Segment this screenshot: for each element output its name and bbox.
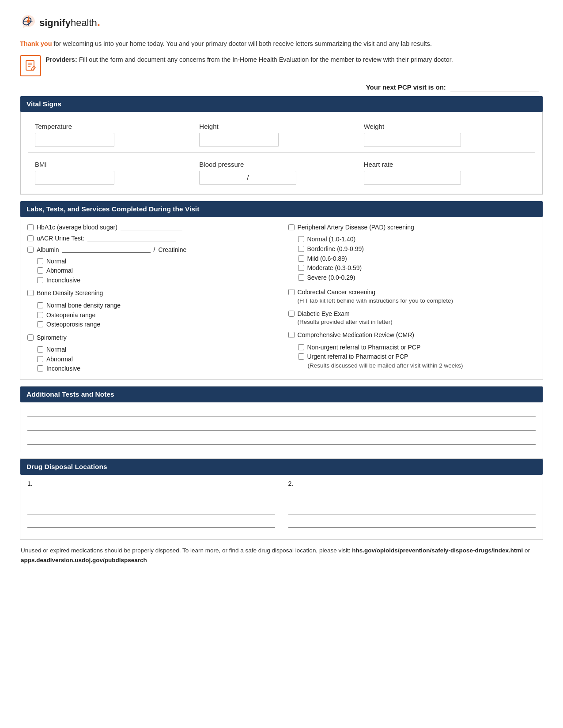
pad-severe-label: Severe (0.0-0.29) (307, 274, 355, 282)
drug-content: 1. 2. (20, 475, 543, 539)
bone-osteoporosis-checkbox[interactable] (37, 321, 43, 327)
weight-label: Weight (364, 123, 528, 130)
bp-input[interactable]: / (199, 171, 296, 185)
diabetic-sub: (Results provided after visit in letter) (298, 318, 393, 326)
albumin-inconclusive-label: Inconclusive (46, 276, 80, 285)
pcp-date-field[interactable] (450, 83, 539, 91)
bone-normal-label: Normal bone density range (46, 301, 121, 310)
vital-signs-header: Vital Signs (20, 96, 543, 112)
spiro-abnormal-row: Abnormal (37, 355, 275, 364)
drug-line-1c[interactable] (27, 518, 275, 528)
drug-line-1b[interactable] (27, 505, 275, 514)
bmi-label: BMI (35, 161, 199, 168)
pad-moderate-checkbox[interactable] (298, 265, 304, 271)
bone-density-label: Bone Density Screening (37, 289, 103, 298)
hba1c-row: HbA1c (average blood sugar) (27, 223, 275, 232)
spiro-normal-checkbox[interactable] (37, 346, 43, 353)
albumin-abnormal-row: Abnormal (37, 266, 275, 275)
height-cell: Height (199, 123, 363, 147)
albumin-label: Albumin (37, 246, 59, 255)
spiro-abnormal-checkbox[interactable] (37, 356, 43, 362)
logo-icon (20, 13, 37, 31)
bmi-cell: BMI (35, 161, 199, 185)
labs-header: Labs, Tests, and Services Completed Duri… (20, 201, 543, 217)
labs-content: HbA1c (average blood sugar) uACR Urine T… (20, 217, 543, 379)
labs-left-col: HbA1c (average blood sugar) uACR Urine T… (27, 223, 275, 373)
vital-row-1: Temperature Height Weight (28, 118, 535, 149)
albumin-checkbox[interactable] (27, 247, 34, 253)
spirometry-checkbox[interactable] (27, 334, 34, 341)
cmr-row: Comprehensive Medication Review (CMR) (288, 331, 536, 340)
colorectal-checkbox[interactable] (288, 289, 295, 295)
albumin-normal-label: Normal (46, 257, 66, 266)
pad-normal-checkbox[interactable] (298, 236, 304, 242)
additional-line-2[interactable] (27, 421, 536, 431)
bmi-input[interactable] (35, 171, 114, 185)
albumin-abnormal-checkbox[interactable] (37, 267, 43, 274)
pad-normal-row: Normal (1.0-1.40) (298, 235, 536, 244)
diabetic-content: Diabetic Eye Exam (Results provided afte… (298, 310, 393, 326)
heart-rate-input[interactable] (364, 171, 461, 185)
bone-osteopenia-checkbox[interactable] (37, 312, 43, 318)
spiro-normal-label: Normal (46, 345, 66, 354)
diabetic-checkbox[interactable] (288, 311, 295, 317)
providers-text: Providers: Fill out the form and documen… (45, 55, 453, 65)
bp-label: Blood pressure (199, 161, 363, 168)
logo-brand: signifyhealth. (39, 15, 100, 29)
spirometry-row: Spirometry (27, 334, 275, 342)
pad-checkbox[interactable] (288, 224, 295, 230)
drug-number-1: 1. (27, 480, 275, 487)
vital-row-2: BMI Blood pressure / Heart rate (28, 156, 535, 187)
bone-osteoporosis-row: Osteoporosis range (37, 320, 275, 329)
pad-borderline-checkbox[interactable] (298, 246, 304, 252)
uacr-checkbox[interactable] (27, 235, 34, 241)
cmr-options: Non-urgent referral to Pharmacist or PCP… (298, 342, 536, 369)
vital-signs-section: Vital Signs Temperature Height Weight BM… (20, 96, 543, 195)
footer-link-1[interactable]: hhs.gov/opioids/prevention/safely-dispos… (352, 547, 523, 554)
additional-line-1[interactable] (27, 407, 536, 417)
cmr-non-urgent-checkbox[interactable] (298, 344, 304, 350)
drug-number-2: 2. (288, 480, 536, 487)
spiro-inconclusive-checkbox[interactable] (37, 365, 43, 372)
pad-borderline-label: Borderline (0.9-0.99) (307, 245, 364, 254)
drug-line-1a[interactable] (27, 492, 275, 501)
pad-mild-row: Mild (0.6-0.89) (298, 255, 536, 263)
pad-mild-label: Mild (0.6-0.89) (307, 255, 347, 263)
albumin-inconclusive-row: Inconclusive (37, 276, 275, 285)
drug-line-2b[interactable] (288, 505, 536, 514)
spiro-normal-row: Normal (37, 345, 275, 354)
drug-line-2a[interactable] (288, 492, 536, 501)
pad-severe-checkbox[interactable] (298, 274, 304, 281)
weight-input[interactable] (364, 133, 461, 147)
pad-options: Normal (1.0-1.40) Borderline (0.9-0.99) … (298, 234, 536, 282)
pad-normal-label: Normal (1.0-1.40) (307, 235, 356, 244)
hba1c-checkbox[interactable] (27, 224, 34, 230)
pad-borderline-row: Borderline (0.9-0.99) (298, 245, 536, 254)
bone-density-row: Bone Density Screening (27, 289, 275, 298)
additional-line-3[interactable] (27, 435, 536, 445)
uacr-field[interactable] (87, 234, 176, 241)
temperature-input[interactable] (35, 133, 114, 147)
pad-label: Peripheral Artery Disease (PAD) screenin… (298, 223, 414, 232)
thank-you-text: Thank you (20, 40, 52, 47)
hba1c-field[interactable] (121, 223, 182, 230)
drug-item-1: 1. (27, 480, 275, 528)
footer-link-2[interactable]: apps.deadiversion.usdoj.gov/pubdispsearc… (21, 557, 147, 563)
albumin-inconclusive-checkbox[interactable] (37, 277, 43, 283)
drug-line-2c[interactable] (288, 518, 536, 528)
pad-moderate-row: Moderate (0.3-0.59) (298, 264, 536, 273)
colorectal-content: Colorectal Cancer screening (FIT lab kit… (298, 288, 453, 305)
cmr-urgent-checkbox[interactable] (298, 353, 304, 360)
cmr-checkbox[interactable] (288, 332, 295, 338)
header: signifyhealth. (20, 13, 543, 31)
spiro-inconclusive-label: Inconclusive (46, 364, 80, 373)
drug-disposal-header: Drug Disposal Locations (20, 459, 543, 475)
svg-point-0 (27, 20, 30, 23)
bone-density-checkbox[interactable] (27, 290, 34, 296)
pad-mild-checkbox[interactable] (298, 255, 304, 262)
height-input[interactable] (199, 133, 279, 147)
spirometry-label: Spirometry (37, 334, 67, 342)
bone-normal-checkbox[interactable] (37, 302, 43, 308)
albumin-field[interactable] (62, 246, 151, 253)
albumin-normal-checkbox[interactable] (37, 258, 43, 264)
